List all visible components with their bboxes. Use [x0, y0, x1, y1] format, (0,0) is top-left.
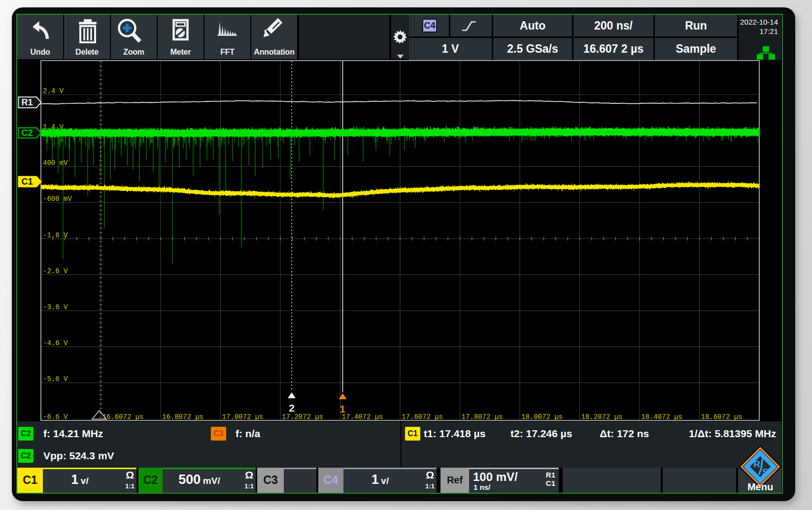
svg-text:18.2072 µs: 18.2072 µs: [581, 413, 623, 421]
svg-text:-6.6 V: -6.6 V: [43, 413, 68, 421]
svg-text:-4.6 V: -4.6 V: [43, 339, 68, 347]
svg-text:17.4072 µs: 17.4072 µs: [342, 413, 383, 421]
svg-text:17.6072 µs: 17.6072 µs: [402, 413, 443, 421]
svg-text:C2: C2: [21, 128, 33, 138]
svg-text:17.2072 µs: 17.2072 µs: [282, 413, 323, 421]
svg-text:18.4072 µs: 18.4072 µs: [641, 413, 682, 421]
svg-text:1: 1: [339, 403, 345, 414]
svg-text:16.6072 µs: 16.6072 µs: [102, 413, 144, 421]
svg-text:-600 mV: -600 mV: [43, 195, 72, 203]
svg-text:17.8072 µs: 17.8072 µs: [462, 413, 503, 421]
svg-text:17.0072 µs: 17.0072 µs: [222, 413, 264, 421]
svg-text:18.6072 µs: 18.6072 µs: [701, 413, 743, 421]
svg-text:R1: R1: [21, 97, 33, 107]
svg-text:-5.6 V: -5.6 V: [43, 375, 68, 383]
svg-text:-3.6 V: -3.6 V: [43, 303, 68, 311]
svg-text:-2.6 V: -2.6 V: [43, 267, 68, 275]
svg-text:C1: C1: [21, 177, 33, 187]
svg-text:-1.6 V: -1.6 V: [43, 231, 68, 239]
svg-text:16.8072 µs: 16.8072 µs: [162, 413, 203, 421]
svg-text:2.4 V: 2.4 V: [43, 87, 64, 95]
svg-text:400 mV: 400 mV: [43, 159, 68, 167]
svg-text:18.0072 µs: 18.0072 µs: [521, 413, 563, 421]
svg-text:2: 2: [289, 402, 295, 414]
